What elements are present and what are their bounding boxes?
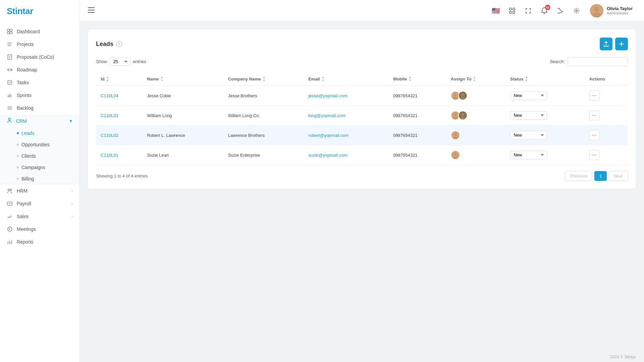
dark-mode-button[interactable] xyxy=(554,5,566,17)
sidebar-item-roadmap[interactable]: Roadmap xyxy=(0,63,80,76)
sidebar-item-sales-label: Sales xyxy=(17,214,29,219)
lead-name-cell: William Long xyxy=(142,106,224,125)
lead-name-cell: Robert L. Lawrence xyxy=(142,125,224,145)
main-wrapper: 🇺🇸 52 xyxy=(80,0,644,362)
col-assign-to[interactable]: Assign To ▲▼ xyxy=(446,72,505,86)
col-id[interactable]: Id ▲▼ xyxy=(96,72,142,86)
gear-icon xyxy=(574,8,580,14)
crm-label: CRM xyxy=(16,118,27,124)
leads-info-icon[interactable]: i xyxy=(116,41,122,47)
previous-page-button[interactable]: Previous xyxy=(565,171,592,181)
sidebar-item-projects-label: Projects xyxy=(17,42,34,47)
user-avatar xyxy=(590,4,603,17)
sidebar-item-projects[interactable]: Projects xyxy=(0,38,80,51)
lead-email-link[interactable]: jesse@yopmail.com xyxy=(308,93,348,98)
lead-email-link[interactable]: suzie@yopmail.com xyxy=(308,153,348,158)
clients-dot xyxy=(17,155,19,157)
header-actions xyxy=(600,38,628,50)
user-info: Olivia Taylor Administrator xyxy=(607,6,633,15)
settings-button[interactable] xyxy=(571,5,583,17)
backlog-icon xyxy=(7,105,13,111)
upload-button[interactable] xyxy=(600,38,612,50)
lead-actions-button[interactable]: ··· xyxy=(589,130,599,140)
sidebar-item-dashboard[interactable]: Dashboard xyxy=(0,25,80,38)
lead-id-link[interactable]: C110L02 xyxy=(101,133,118,138)
sidebar-item-meetings-label: Meetings xyxy=(17,226,36,232)
sidebar-item-opportunities[interactable]: Opportunities xyxy=(0,139,80,150)
lead-status-cell: New In Progress Closed xyxy=(505,125,585,145)
entries-count-select[interactable]: 25 10 50 100 xyxy=(110,57,131,66)
lead-id-link[interactable]: C110L04 xyxy=(101,93,118,98)
lead-actions-button[interactable]: ··· xyxy=(589,91,599,101)
payroll-chevron-icon: › xyxy=(71,201,73,206)
table-body: C110L04 Jesse Coble Jesse Brothers jesse… xyxy=(96,86,628,165)
search-input[interactable] xyxy=(567,57,628,66)
assignee-avatar xyxy=(458,111,467,120)
assign-avatars-group xyxy=(451,150,501,160)
status-select[interactable]: New In Progress Closed xyxy=(510,91,547,100)
sidebar-item-billing[interactable]: Billing xyxy=(0,173,80,185)
sidebar-item-backlog[interactable]: Backlog xyxy=(0,102,80,114)
sidebar-item-sprints[interactable]: Sprints xyxy=(0,89,80,102)
sidebar-item-leads[interactable]: Leads xyxy=(0,127,80,139)
next-page-button[interactable]: Next xyxy=(609,171,628,181)
sidebar-item-campaigns[interactable]: Campaigns xyxy=(0,162,80,173)
apps-button[interactable] xyxy=(506,5,518,17)
col-company[interactable]: Company Name ▲▼ xyxy=(223,72,303,86)
lead-id-cell: C110L01 xyxy=(96,145,142,165)
add-lead-button[interactable] xyxy=(615,38,628,50)
col-email[interactable]: Email ▲▼ xyxy=(304,72,389,86)
fullscreen-button[interactable] xyxy=(522,5,534,17)
col-mobile[interactable]: Mobile ▲▼ xyxy=(389,72,446,86)
sidebar-item-proposals[interactable]: Proposals (CoCo) xyxy=(0,51,80,63)
show-label: Show xyxy=(96,59,107,64)
status-select[interactable]: New In Progress Closed xyxy=(510,131,547,140)
language-selector[interactable]: 🇺🇸 xyxy=(490,5,502,17)
lead-email-cell: jesse@yopmail.com xyxy=(304,86,389,106)
lead-email-link[interactable]: long@yopmail.com xyxy=(308,113,346,118)
svg-point-22 xyxy=(461,93,464,96)
lead-status-cell: New In Progress Closed xyxy=(505,86,585,106)
lead-id-link[interactable]: C110L01 xyxy=(101,153,118,158)
sidebar-item-payroll[interactable]: Payroll › xyxy=(0,197,80,210)
page-1-button[interactable]: 1 xyxy=(594,171,607,181)
sidebar-item-meetings[interactable]: Meetings xyxy=(0,223,80,236)
notifications-button[interactable]: 52 xyxy=(538,5,550,17)
sidebar-item-sales[interactable]: Sales › xyxy=(0,210,80,223)
col-name[interactable]: Name ▲▼ xyxy=(142,72,224,86)
lead-status-cell: New In Progress Closed xyxy=(505,145,585,165)
svg-point-35 xyxy=(453,156,458,159)
company-sort-icon: ▲▼ xyxy=(262,75,266,82)
svg-point-29 xyxy=(460,117,465,120)
svg-point-19 xyxy=(454,93,457,96)
lead-actions-cell: ··· xyxy=(585,106,628,125)
roadmap-icon xyxy=(7,67,13,73)
topbar-icons: 🇺🇸 52 xyxy=(490,2,636,19)
lead-id-link[interactable]: C110L03 xyxy=(101,113,118,118)
leads-page-title: Leads xyxy=(96,41,113,48)
status-select[interactable]: New In Progress Closed xyxy=(510,151,547,159)
sidebar-item-crm[interactable]: CRM ▼ xyxy=(0,114,80,127)
leads-table: Id ▲▼ Name ▲▼ Company Na xyxy=(96,72,628,165)
lead-email-link[interactable]: robert@yopmail.com xyxy=(308,133,349,138)
col-status[interactable]: Status ▲▼ xyxy=(505,72,585,86)
sidebar-item-reports[interactable]: Reports xyxy=(0,236,80,248)
sidebar-item-clients[interactable]: Clients xyxy=(0,150,80,162)
assign-avatars-group xyxy=(451,91,501,100)
apps-grid-icon xyxy=(509,8,515,14)
sidebar-item-clients-label: Clients xyxy=(21,153,36,159)
lead-mobile-cell: 0987654321 xyxy=(389,145,446,165)
user-profile[interactable]: Olivia Taylor Administrator xyxy=(587,2,636,19)
sidebar-item-hrm-label: HRM xyxy=(17,188,28,194)
col-actions: Actions xyxy=(585,72,628,86)
sidebar-item-hrm[interactable]: HRM › xyxy=(0,185,80,197)
fullscreen-icon xyxy=(525,8,531,14)
menu-toggle-button[interactable] xyxy=(88,7,95,14)
lead-actions-button[interactable]: ··· xyxy=(589,150,599,160)
topbar: 🇺🇸 52 xyxy=(80,0,644,21)
status-select[interactable]: New In Progress Closed xyxy=(510,111,547,120)
assign-sort-icon: ▲▼ xyxy=(473,75,476,82)
sidebar-item-tasks[interactable]: Tasks xyxy=(0,76,80,89)
lead-actions-button[interactable]: ··· xyxy=(589,110,599,120)
lead-actions-cell: ··· xyxy=(585,125,628,145)
